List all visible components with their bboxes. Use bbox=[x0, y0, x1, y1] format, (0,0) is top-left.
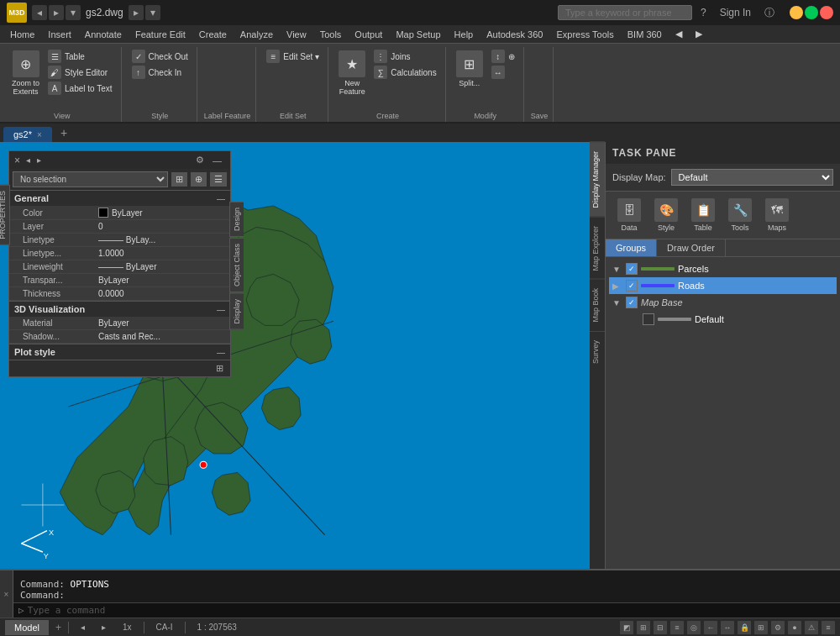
tab-gs2[interactable]: gs2* × bbox=[3, 127, 52, 142]
properties-side-tab[interactable]: PROPERTIES bbox=[0, 185, 10, 245]
props-minimize-button[interactable]: — bbox=[209, 154, 225, 166]
check-in-button[interactable]: ↑ Check In bbox=[129, 65, 192, 80]
help-button[interactable]: ? bbox=[696, 5, 711, 20]
keyword-search-input[interactable] bbox=[558, 5, 692, 20]
style-icon-button[interactable]: 🎨 Style bbox=[649, 197, 683, 234]
label-to-text-button[interactable]: A Label to Text bbox=[45, 81, 116, 96]
status-icon-12[interactable]: ≡ bbox=[822, 621, 835, 634]
data-icon-button[interactable]: 🗄 Data bbox=[612, 197, 646, 234]
status-icon-10[interactable]: ● bbox=[788, 621, 801, 634]
model-tab[interactable]: Model bbox=[5, 620, 49, 635]
menu-output[interactable]: Output bbox=[348, 28, 389, 41]
status-icon-9[interactable]: ⚙ bbox=[771, 621, 785, 634]
back-button[interactable]: ◂ bbox=[32, 5, 47, 20]
selection-dropdown[interactable]: No selection bbox=[13, 171, 168, 187]
menu-nav-next[interactable]: ▶ bbox=[689, 27, 709, 41]
status-icon-11[interactable]: ⚠ bbox=[805, 621, 818, 634]
cmd-close-button[interactable]: × bbox=[2, 590, 11, 599]
status-icon-1[interactable]: ◩ bbox=[620, 621, 633, 634]
draw-order-tab[interactable]: Draw Order bbox=[657, 239, 726, 256]
tools-icon-button[interactable]: 🔧 Tools bbox=[723, 197, 757, 234]
display-map-select[interactable]: Default bbox=[671, 169, 833, 186]
tab-add-button[interactable]: + bbox=[54, 124, 74, 142]
tree-item-default[interactable]: Default bbox=[609, 311, 837, 328]
menu-autodesk-360[interactable]: Autodesk 360 bbox=[480, 28, 549, 41]
props-close-button[interactable]: × bbox=[14, 155, 20, 166]
status-coord[interactable]: CA-I bbox=[151, 623, 178, 632]
map-explorer-vtab[interactable]: Map Explorer bbox=[590, 217, 605, 280]
close-button[interactable] bbox=[820, 6, 833, 19]
calculations-button[interactable]: ∑ Calculations bbox=[370, 65, 439, 80]
table-icon-button[interactable]: 📋 Table bbox=[686, 197, 720, 234]
tree-item-parcels[interactable]: ▼ Parcels bbox=[609, 260, 837, 277]
menu-map-setup[interactable]: Map Setup bbox=[389, 28, 447, 41]
design-tab[interactable]: Design bbox=[229, 202, 244, 237]
menu-nav-prev[interactable]: ◀ bbox=[669, 27, 689, 41]
new-feature-button[interactable]: ★ NewFeature bbox=[335, 49, 369, 97]
nav-more2-button[interactable]: ▾ bbox=[145, 5, 160, 20]
nav-more-button[interactable]: ▾ bbox=[66, 5, 81, 20]
modify-btn1[interactable]: ↕ ⊕ bbox=[488, 49, 518, 64]
plot-style-section-header[interactable]: Plot style — bbox=[9, 344, 230, 360]
props-nav-left[interactable]: ◂ bbox=[24, 155, 33, 166]
maximize-button[interactable] bbox=[805, 6, 818, 19]
props-icon-btn2[interactable]: ⊕ bbox=[191, 172, 207, 187]
status-icon-5[interactable]: ◎ bbox=[687, 621, 701, 634]
props-icon-btn3[interactable]: ☰ bbox=[210, 172, 227, 187]
modify-btn2[interactable]: ↔ bbox=[488, 65, 518, 80]
parcels-checkbox[interactable] bbox=[626, 263, 638, 275]
menu-feature-edit[interactable]: Feature Edit bbox=[129, 28, 192, 41]
status-nav-left[interactable]: ◂ bbox=[76, 623, 90, 632]
status-icon-7[interactable]: ↔ bbox=[721, 621, 734, 634]
zoom-to-extents-button[interactable]: ⊕ Zoom toExtents bbox=[8, 49, 43, 97]
props-quick-select[interactable]: ⊞ bbox=[213, 362, 227, 375]
forward-button[interactable]: ▸ bbox=[49, 5, 64, 20]
mapbase-checkbox[interactable] bbox=[626, 297, 638, 308]
edit-set-btn[interactable]: ≡ Edit Set ▾ bbox=[263, 49, 323, 64]
menu-tools[interactable]: Tools bbox=[313, 28, 349, 41]
status-icon-4[interactable]: ≡ bbox=[670, 621, 684, 634]
tab-gs2-close[interactable]: × bbox=[37, 130, 42, 139]
status-icon-6[interactable]: ← bbox=[704, 621, 717, 634]
display-side-tab[interactable]: Display bbox=[229, 293, 244, 330]
props-icon-btn1[interactable]: ⊞ bbox=[171, 172, 187, 187]
sign-in-button[interactable]: Sign In bbox=[715, 5, 756, 20]
status-lock-icon[interactable]: 🔒 bbox=[738, 621, 751, 634]
menu-analyze[interactable]: Analyze bbox=[234, 28, 280, 41]
tree-item-mapbase[interactable]: ▼ Map Base bbox=[609, 294, 837, 311]
menu-express-tools[interactable]: Express Tools bbox=[549, 28, 620, 41]
menu-help[interactable]: Help bbox=[448, 28, 480, 41]
maps-icon-button[interactable]: 🗺 Maps bbox=[760, 197, 794, 234]
viz-3d-section-header[interactable]: 3D Visualization — bbox=[9, 301, 230, 317]
default-checkbox[interactable] bbox=[643, 313, 654, 325]
general-section-header[interactable]: General — bbox=[9, 190, 230, 206]
add-layout-button[interactable]: + bbox=[55, 622, 61, 633]
groups-tab[interactable]: Groups bbox=[606, 239, 657, 256]
props-settings-button[interactable]: ⚙ bbox=[192, 154, 207, 166]
status-icon-2[interactable]: ⊞ bbox=[637, 621, 650, 634]
check-out-button[interactable]: ✓ Check Out bbox=[129, 49, 192, 64]
table-button[interactable]: ☰ Table bbox=[45, 49, 116, 64]
info-button[interactable]: ⓘ bbox=[759, 4, 780, 22]
nav-arrow-button[interactable]: ▸ bbox=[129, 5, 144, 20]
roads-checkbox[interactable] bbox=[626, 280, 638, 292]
map-book-vtab[interactable]: Map Book bbox=[590, 279, 605, 331]
menu-create[interactable]: Create bbox=[192, 28, 234, 41]
menu-view[interactable]: View bbox=[280, 28, 313, 41]
split-button[interactable]: ⊞ Split... bbox=[453, 49, 486, 89]
tree-item-roads[interactable]: ▶ Roads bbox=[609, 277, 837, 294]
status-map-scale[interactable]: 1 : 207563 bbox=[192, 623, 242, 632]
menu-annotate[interactable]: Annotate bbox=[78, 28, 129, 41]
props-nav-right[interactable]: ▸ bbox=[34, 155, 44, 166]
minimize-button[interactable] bbox=[790, 6, 803, 19]
status-icon-8[interactable]: ⊞ bbox=[754, 621, 768, 634]
joins-button[interactable]: ⋮ Joins bbox=[370, 49, 439, 64]
status-icon-3[interactable]: ⊟ bbox=[654, 621, 667, 634]
map-canvas[interactable]: X Y × ◂ ▸ ⚙ — bbox=[0, 142, 590, 569]
command-input[interactable] bbox=[28, 605, 835, 616]
object-class-tab[interactable]: Object Class bbox=[229, 238, 244, 292]
survey-vtab[interactable]: Survey bbox=[590, 331, 605, 372]
status-nav-right[interactable]: ▸ bbox=[97, 623, 111, 632]
display-manager-vtab[interactable]: Display Manager bbox=[590, 142, 605, 217]
menu-home[interactable]: Home bbox=[3, 28, 41, 41]
